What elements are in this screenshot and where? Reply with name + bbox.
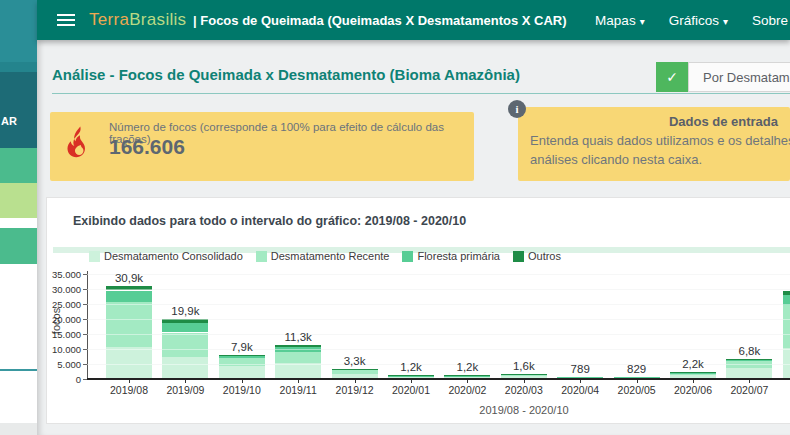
- bar-segment: [275, 363, 321, 379]
- bar-value-label: 1,2k: [381, 361, 441, 373]
- y-tick-label: 10.000: [49, 344, 81, 355]
- y-tick-label: 5.000: [49, 359, 81, 370]
- info-box-title: Dados de entrada: [669, 114, 778, 129]
- bar-segment: [388, 376, 434, 377]
- sidebar-segment: [0, 62, 37, 72]
- info-icon: i: [508, 100, 526, 118]
- terrabrasilis-dashboard: AR TerraBrasilis | Focos de Queimada (Qu…: [0, 0, 790, 435]
- sidebar-segment: [0, 72, 37, 148]
- nav-item-mapas[interactable]: Mapas▾: [595, 13, 645, 28]
- header-page-title: | Focos de Queimada (Queimadas X Desmata…: [193, 13, 567, 28]
- focos-summary-box: Número de focos (corresponde a 100% para…: [50, 112, 474, 181]
- bar-segment: [219, 355, 265, 356]
- bar[interactable]: [726, 359, 772, 379]
- toggle-label[interactable]: Por Desmatamentos: [688, 62, 790, 92]
- x-tick-label: 2019/11: [270, 384, 326, 396]
- chart-card: Exibindo dados para todo o intervalo do …: [46, 197, 790, 424]
- x-tick-label: 2020/04: [552, 384, 608, 396]
- info-box-body: Entenda quais dados utilizamos e os deta…: [530, 131, 790, 169]
- sidebar-segment: [0, 0, 37, 62]
- bar-value-label: 829: [607, 363, 667, 375]
- bar-segment: [444, 376, 490, 377]
- nav-item-graficos[interactable]: Gráficos▾: [669, 13, 728, 28]
- bar-value-label: 11,3k: [268, 331, 328, 343]
- x-tick-label: 2019/08: [101, 384, 157, 396]
- x-axis-title: 2019/08 - 2020/10: [424, 404, 624, 416]
- divider: [52, 93, 790, 94]
- bar-value-label: 6,8k: [719, 345, 779, 357]
- x-tick-label: 2020/03: [496, 384, 552, 396]
- bar-segment: [275, 345, 321, 347]
- bar-value-label: 3,3k: [325, 355, 385, 367]
- chevron-down-icon: ▾: [723, 16, 728, 27]
- bar-segment: [162, 357, 208, 379]
- bar-segment: [162, 333, 208, 357]
- bar[interactable]: [275, 345, 321, 379]
- bar-segment: [670, 373, 716, 374]
- logo-brasilis: Brasilis: [129, 10, 186, 29]
- bar-segment: [501, 374, 547, 375]
- y-tick-label: 0: [49, 374, 81, 385]
- grid-line: [87, 319, 790, 320]
- collapsed-sidebar: AR: [0, 0, 37, 435]
- por-desmatamentos-toggle[interactable]: ✓ Por Desmatamentos: [656, 62, 790, 92]
- sidebar-segment: [0, 228, 37, 264]
- bar-segment: [106, 291, 152, 302]
- y-tick-label: 30.000: [49, 284, 81, 295]
- bar-segment: [726, 359, 772, 361]
- bar-value-label: 1,2k: [437, 361, 497, 373]
- y-tick-label: 25.000: [49, 299, 81, 310]
- bar-segment: [219, 356, 265, 358]
- y-tick-label: 35.000: [49, 269, 81, 280]
- header-nav: Mapas▾ Gráficos▾ Sobre: [595, 0, 788, 40]
- bar-segment: [332, 370, 378, 373]
- bar-value-label: 19,9k: [155, 305, 215, 317]
- menu-icon[interactable]: [57, 14, 75, 26]
- bar-segment: [106, 347, 152, 379]
- y-axis-line: [87, 271, 88, 379]
- sidebar-clipped-text: AR: [1, 115, 17, 127]
- grid-line: [87, 289, 790, 290]
- bar-segment: [332, 369, 378, 370]
- bar-segment: [106, 302, 152, 347]
- bar-value-label: 30,9k: [99, 272, 159, 284]
- logo-terra: Terra: [89, 10, 129, 29]
- bar-segment: [275, 352, 321, 363]
- y-tick-label: 20.000: [49, 314, 81, 325]
- page-title: Análise - Focos de Queimada x Desmatamen…: [52, 66, 520, 83]
- y-tick-label: 15.000: [49, 329, 81, 340]
- grid-line: [87, 349, 790, 350]
- bar[interactable]: [219, 355, 265, 379]
- nav-item-sobre[interactable]: Sobre: [752, 13, 788, 28]
- flame-icon: [66, 126, 92, 158]
- sidebar-divider: [0, 369, 37, 371]
- bar-segment: [783, 305, 790, 349]
- sidebar-segment: [0, 148, 37, 183]
- chevron-down-icon: ▾: [640, 16, 645, 27]
- bar-value-label: 789: [550, 363, 610, 375]
- main-content: Análise - Focos de Queimada x Desmatamen…: [37, 40, 790, 435]
- bar-segment: [501, 375, 547, 376]
- grid-line: [87, 334, 790, 335]
- sidebar-segment: [0, 423, 37, 435]
- bar-value-label: 7,9k: [212, 341, 272, 353]
- x-tick-label: 2020/07: [721, 384, 777, 396]
- x-tick-label: 2020/05: [609, 384, 665, 396]
- x-tick-label: 2020/01: [383, 384, 439, 396]
- sidebar-segment: [0, 183, 37, 218]
- x-axis-line: [87, 378, 790, 380]
- x-tick-label: 2019/09: [157, 384, 213, 396]
- x-tick-label: 2019/12: [327, 384, 383, 396]
- bar[interactable]: [106, 286, 152, 379]
- x-tick-label: 2019/10: [214, 384, 270, 396]
- app-header: TerraBrasilis | Focos de Queimada (Queim…: [37, 0, 790, 40]
- grid-line: [87, 274, 790, 275]
- x-tick-label: 2020/06: [665, 384, 721, 396]
- bar-segment: [783, 291, 790, 295]
- dados-entrada-box[interactable]: Dados de entrada Entenda quais dados uti…: [518, 107, 790, 181]
- bar-segment: [162, 323, 208, 333]
- checkbox-checked-icon[interactable]: ✓: [656, 62, 688, 92]
- app-logo[interactable]: TerraBrasilis: [89, 10, 186, 30]
- focos-value: 166.606: [109, 135, 185, 159]
- bar-segment: [670, 373, 716, 375]
